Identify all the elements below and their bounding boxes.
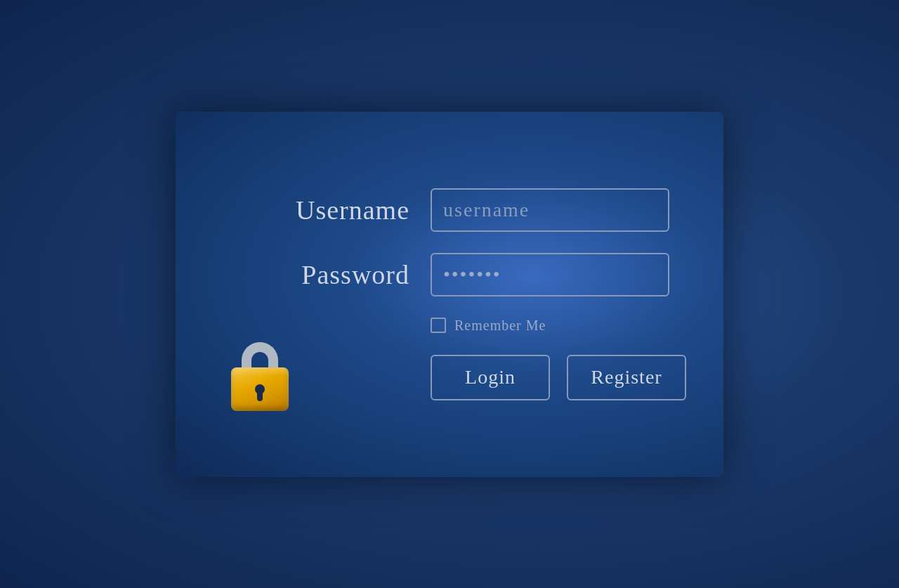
padlock-keyhole [255,384,265,394]
action-buttons: Login Register [431,355,686,400]
password-input[interactable] [431,253,669,296]
login-panel: Username Password Remember Me Login Regi… [176,112,723,477]
login-button[interactable]: Login [431,355,550,400]
remember-me-row: Remember Me [431,318,686,334]
username-row: Username [269,188,686,232]
username-label: Username [269,195,409,226]
password-row: Password [269,253,686,296]
register-button[interactable]: Register [567,355,686,400]
login-form: Username Password Remember Me Login Regi… [227,188,728,400]
page-background: Username Password Remember Me Login Regi… [0,0,899,588]
remember-me-checkbox[interactable] [431,318,446,333]
username-input[interactable] [431,188,669,232]
remember-me-label: Remember Me [454,318,546,334]
padlock-icon [225,337,295,414]
padlock-body [231,367,289,411]
password-label: Password [269,259,409,290]
